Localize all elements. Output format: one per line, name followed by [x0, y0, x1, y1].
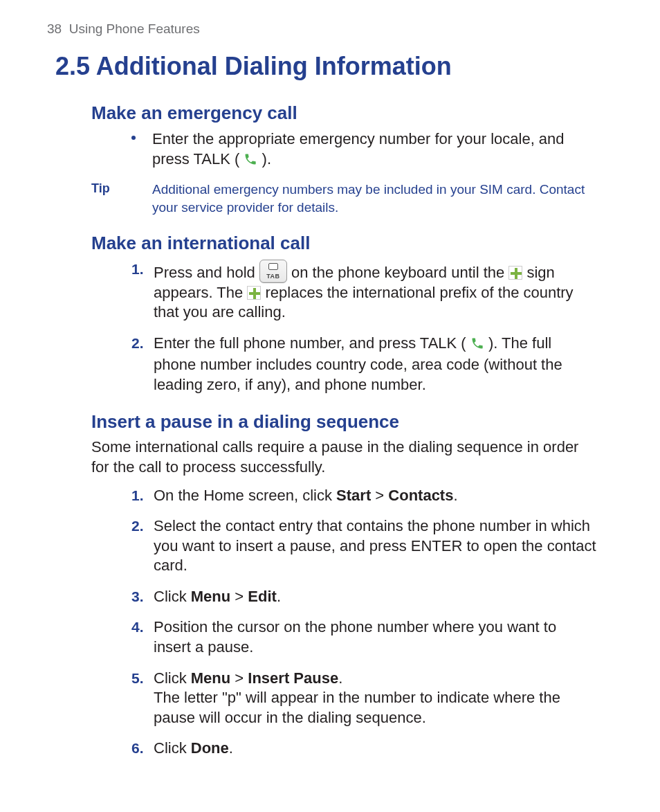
section-title: 2.5 Additional Dialing Information — [55, 51, 598, 83]
tip-block: Tip Additional emergency numbers may be … — [91, 181, 598, 216]
text: . — [277, 588, 281, 605]
phone-icon — [470, 336, 484, 356]
list-number: 3. — [131, 587, 144, 606]
bold: Start — [336, 487, 371, 504]
bold: Edit — [248, 588, 277, 605]
tip-label: Tip — [91, 181, 152, 216]
list-item: 2. Enter the full phone number, and pres… — [131, 334, 598, 395]
list-item: 3. Click Menu > Edit. — [131, 587, 598, 607]
list-item: 1. Press and hold on the phone keyboard … — [131, 260, 598, 323]
text: . — [229, 739, 233, 757]
plus-icon — [247, 286, 261, 300]
list-item: 5. Click Menu > Insert Pause. The letter… — [131, 669, 598, 728]
text: Press and hold — [154, 264, 259, 281]
bold: Done — [191, 739, 229, 757]
text: Select the contact entry that contains t… — [154, 517, 596, 574]
text: . — [338, 669, 342, 687]
text: Click — [154, 588, 191, 605]
bullet-icon — [131, 136, 136, 140]
list-number: 4. — [131, 617, 144, 636]
page-number: 38 — [47, 21, 62, 36]
ordered-list: 1. Press and hold on the phone keyboard … — [131, 260, 598, 395]
text: Position the cursor on the phone number … — [154, 618, 556, 656]
text: ). — [262, 150, 271, 168]
heading-insert-pause: Insert a pause in a dialing sequence — [91, 410, 598, 434]
text: > — [230, 588, 248, 605]
list-number: 1. — [131, 486, 144, 505]
text: Click — [154, 669, 191, 687]
plus-icon — [508, 266, 522, 280]
chapter-title: Using Phone Features — [69, 21, 200, 36]
text: > — [230, 669, 248, 687]
heading-emergency-call: Make an emergency call — [91, 102, 598, 125]
text: The letter "p" will appear in the number… — [154, 689, 560, 726]
text: Click — [154, 739, 191, 757]
list-item: 6. Click Done. — [131, 739, 598, 759]
bold: Menu — [191, 669, 230, 687]
bold: Insert Pause — [248, 669, 338, 687]
text: > — [371, 487, 388, 504]
list-item: 1. On the Home screen, click Start > Con… — [131, 486, 598, 506]
ordered-list: 1. On the Home screen, click Start > Con… — [131, 486, 598, 759]
list-number: 2. — [131, 516, 144, 535]
list-item: 2. Select the contact entry that contain… — [131, 516, 598, 576]
paragraph: Some international calls require a pause… — [91, 437, 598, 477]
text: On the Home screen, click — [154, 487, 336, 504]
list-number: 1. — [131, 260, 144, 278]
text: on the phone keyboard until the — [287, 264, 508, 281]
list-item: 4. Position the cursor on the phone numb… — [131, 617, 598, 657]
page-header: 38 Using Phone Features — [47, 21, 598, 38]
tip-text: Additional emergency numbers may be incl… — [152, 181, 598, 216]
list-number: 5. — [131, 669, 144, 687]
text: Enter the appropriate emergency number f… — [152, 130, 565, 168]
phone-icon — [244, 152, 257, 172]
list-number: 6. — [131, 739, 144, 757]
bold: Contacts — [388, 487, 453, 504]
tab-key-icon — [259, 260, 287, 283]
text: . — [453, 487, 457, 504]
text: Enter the full phone number, and press T… — [154, 334, 470, 352]
heading-international-call: Make an international call — [91, 232, 598, 255]
list-number: 2. — [131, 334, 144, 352]
bold: Menu — [191, 588, 230, 605]
bullet-item: Enter the appropriate emergency number f… — [131, 129, 598, 171]
